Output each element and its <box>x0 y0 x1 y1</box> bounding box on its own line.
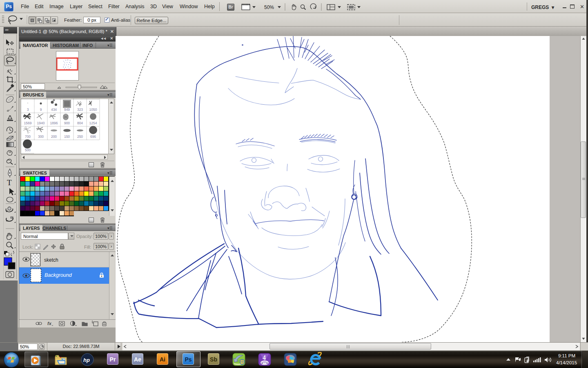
svg-text:4: 4 <box>263 354 266 361</box>
svg-text:50%: 50% <box>264 4 274 10</box>
svg-text:T: T <box>7 178 12 187</box>
svg-text:fx: fx <box>47 321 52 326</box>
svg-text:hp: hp <box>83 357 90 363</box>
